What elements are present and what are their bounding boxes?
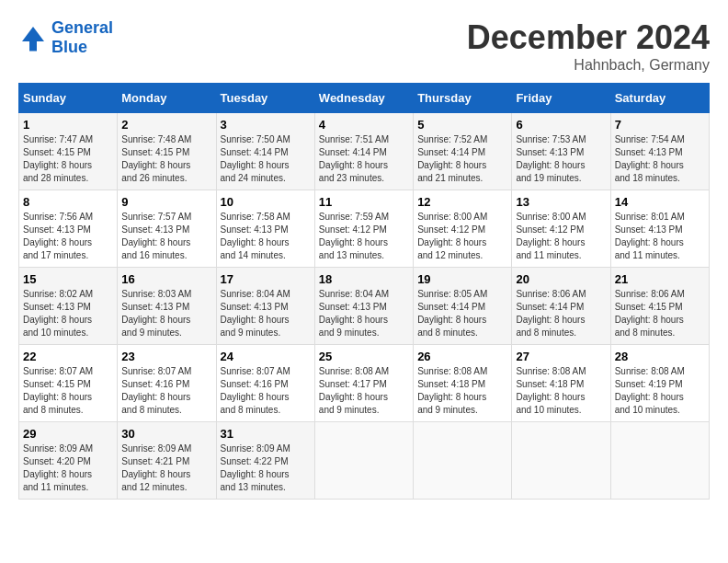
day-detail: Sunrise: 7:58 AM Sunset: 4:13 PM Dayligh… xyxy=(221,211,311,262)
title-block: December 2024 Hahnbach, Germany xyxy=(467,18,710,74)
page-header: General Blue December 2024 Hahnbach, Ger… xyxy=(18,18,710,74)
day-detail: Sunrise: 8:09 AM Sunset: 4:20 PM Dayligh… xyxy=(23,442,113,494)
day-detail: Sunrise: 7:47 AM Sunset: 4:15 PM Dayligh… xyxy=(23,133,113,185)
day-detail: Sunrise: 8:00 AM Sunset: 4:12 PM Dayligh… xyxy=(417,211,507,262)
calendar-day-cell: 27 Sunrise: 8:08 AM Sunset: 4:18 PM Dayl… xyxy=(512,345,610,422)
calendar-day-cell: 6 Sunrise: 7:53 AM Sunset: 4:13 PM Dayli… xyxy=(512,113,610,190)
day-number: 22 xyxy=(23,350,113,363)
calendar-day-cell: 3 Sunrise: 7:50 AM Sunset: 4:14 PM Dayli… xyxy=(216,113,314,190)
weekday-header: Wednesday xyxy=(314,84,413,113)
calendar-day-cell: 22 Sunrise: 8:07 AM Sunset: 4:15 PM Dayl… xyxy=(19,345,118,422)
calendar-day-cell: 10 Sunrise: 7:58 AM Sunset: 4:13 PM Dayl… xyxy=(216,190,314,268)
day-number: 26 xyxy=(417,350,507,363)
day-number: 28 xyxy=(615,350,705,363)
day-detail: Sunrise: 8:04 AM Sunset: 4:13 PM Dayligh… xyxy=(221,288,311,339)
day-number: 13 xyxy=(516,195,606,209)
calendar-day-cell: 25 Sunrise: 8:08 AM Sunset: 4:17 PM Dayl… xyxy=(314,345,413,422)
calendar-day-cell: 16 Sunrise: 8:03 AM Sunset: 4:13 PM Dayl… xyxy=(118,268,216,345)
day-detail: Sunrise: 7:56 AM Sunset: 4:13 PM Dayligh… xyxy=(23,211,113,262)
day-number: 23 xyxy=(121,350,211,363)
day-number: 8 xyxy=(23,195,113,209)
day-number: 7 xyxy=(615,118,705,132)
weekday-header: Monday xyxy=(118,84,216,113)
day-detail: Sunrise: 7:48 AM Sunset: 4:15 PM Dayligh… xyxy=(121,133,211,185)
calendar-week-row: 1 Sunrise: 7:47 AM Sunset: 4:15 PM Dayli… xyxy=(19,113,710,190)
location: Hahnbach, Germany xyxy=(467,57,710,74)
day-number: 3 xyxy=(221,118,311,132)
calendar-day-cell xyxy=(610,422,709,500)
day-number: 5 xyxy=(417,118,507,132)
calendar-day-cell xyxy=(314,422,413,500)
day-detail: Sunrise: 8:09 AM Sunset: 4:21 PM Dayligh… xyxy=(121,442,211,494)
day-detail: Sunrise: 7:54 AM Sunset: 4:13 PM Dayligh… xyxy=(615,133,705,185)
calendar-day-cell: 14 Sunrise: 8:01 AM Sunset: 4:13 PM Dayl… xyxy=(610,190,709,268)
day-detail: Sunrise: 8:07 AM Sunset: 4:15 PM Dayligh… xyxy=(23,365,113,417)
day-number: 19 xyxy=(417,272,507,286)
calendar-day-cell: 13 Sunrise: 8:00 AM Sunset: 4:12 PM Dayl… xyxy=(512,190,610,268)
logo-text: General Blue xyxy=(51,18,113,57)
calendar-table: SundayMondayTuesdayWednesdayThursdayFrid… xyxy=(18,83,710,500)
day-detail: Sunrise: 8:08 AM Sunset: 4:18 PM Dayligh… xyxy=(417,365,507,417)
day-detail: Sunrise: 7:53 AM Sunset: 4:13 PM Dayligh… xyxy=(516,133,606,185)
calendar-week-row: 8 Sunrise: 7:56 AM Sunset: 4:13 PM Dayli… xyxy=(19,190,710,268)
calendar-day-cell: 31 Sunrise: 8:09 AM Sunset: 4:22 PM Dayl… xyxy=(216,422,314,500)
calendar-day-cell: 17 Sunrise: 8:04 AM Sunset: 4:13 PM Dayl… xyxy=(216,268,314,345)
month-title: December 2024 xyxy=(467,18,710,57)
day-detail: Sunrise: 8:01 AM Sunset: 4:13 PM Dayligh… xyxy=(615,211,705,262)
calendar-day-cell: 30 Sunrise: 8:09 AM Sunset: 4:21 PM Dayl… xyxy=(118,422,216,500)
calendar-day-cell: 7 Sunrise: 7:54 AM Sunset: 4:13 PM Dayli… xyxy=(610,113,709,190)
calendar-day-cell xyxy=(414,422,512,500)
day-detail: Sunrise: 8:05 AM Sunset: 4:14 PM Dayligh… xyxy=(417,288,507,339)
calendar-day-cell: 19 Sunrise: 8:05 AM Sunset: 4:14 PM Dayl… xyxy=(414,268,512,345)
weekday-header: Friday xyxy=(512,84,610,113)
weekday-header: Saturday xyxy=(610,84,709,113)
day-number: 27 xyxy=(516,350,606,363)
day-detail: Sunrise: 7:50 AM Sunset: 4:14 PM Dayligh… xyxy=(221,133,311,185)
calendar-day-cell: 18 Sunrise: 8:04 AM Sunset: 4:13 PM Dayl… xyxy=(314,268,413,345)
day-detail: Sunrise: 8:04 AM Sunset: 4:13 PM Dayligh… xyxy=(319,288,409,339)
logo-icon xyxy=(18,23,48,52)
day-number: 24 xyxy=(221,350,311,363)
day-detail: Sunrise: 8:02 AM Sunset: 4:13 PM Dayligh… xyxy=(23,288,113,339)
day-number: 11 xyxy=(319,195,409,209)
day-number: 14 xyxy=(615,195,705,209)
day-number: 9 xyxy=(121,195,211,209)
calendar-day-cell: 12 Sunrise: 8:00 AM Sunset: 4:12 PM Dayl… xyxy=(414,190,512,268)
day-number: 16 xyxy=(121,272,211,286)
day-detail: Sunrise: 7:51 AM Sunset: 4:14 PM Dayligh… xyxy=(319,133,409,185)
day-detail: Sunrise: 8:07 AM Sunset: 4:16 PM Dayligh… xyxy=(221,365,311,417)
day-number: 31 xyxy=(221,427,311,441)
weekday-header: Tuesday xyxy=(216,84,314,113)
calendar-day-cell: 15 Sunrise: 8:02 AM Sunset: 4:13 PM Dayl… xyxy=(19,268,118,345)
calendar-day-cell: 1 Sunrise: 7:47 AM Sunset: 4:15 PM Dayli… xyxy=(19,113,118,190)
day-number: 18 xyxy=(319,272,409,286)
day-detail: Sunrise: 8:09 AM Sunset: 4:22 PM Dayligh… xyxy=(221,442,311,494)
day-detail: Sunrise: 8:08 AM Sunset: 4:17 PM Dayligh… xyxy=(319,365,409,417)
calendar-day-cell: 21 Sunrise: 8:06 AM Sunset: 4:15 PM Dayl… xyxy=(610,268,709,345)
calendar-day-cell xyxy=(512,422,610,500)
calendar-day-cell: 5 Sunrise: 7:52 AM Sunset: 4:14 PM Dayli… xyxy=(414,113,512,190)
day-number: 10 xyxy=(221,195,311,209)
calendar-week-row: 22 Sunrise: 8:07 AM Sunset: 4:15 PM Dayl… xyxy=(19,345,710,422)
calendar-day-cell: 8 Sunrise: 7:56 AM Sunset: 4:13 PM Dayli… xyxy=(19,190,118,268)
day-detail: Sunrise: 8:07 AM Sunset: 4:16 PM Dayligh… xyxy=(121,365,211,417)
calendar-day-cell: 2 Sunrise: 7:48 AM Sunset: 4:15 PM Dayli… xyxy=(118,113,216,190)
calendar-day-cell: 24 Sunrise: 8:07 AM Sunset: 4:16 PM Dayl… xyxy=(216,345,314,422)
calendar-day-cell: 23 Sunrise: 8:07 AM Sunset: 4:16 PM Dayl… xyxy=(118,345,216,422)
day-number: 30 xyxy=(121,427,211,441)
weekday-header-row: SundayMondayTuesdayWednesdayThursdayFrid… xyxy=(19,84,710,113)
calendar-day-cell: 20 Sunrise: 8:06 AM Sunset: 4:14 PM Dayl… xyxy=(512,268,610,345)
day-number: 20 xyxy=(516,272,606,286)
calendar-day-cell: 26 Sunrise: 8:08 AM Sunset: 4:18 PM Dayl… xyxy=(414,345,512,422)
day-number: 4 xyxy=(319,118,409,132)
weekday-header: Sunday xyxy=(19,84,118,113)
calendar-day-cell: 28 Sunrise: 8:08 AM Sunset: 4:19 PM Dayl… xyxy=(610,345,709,422)
day-number: 25 xyxy=(319,350,409,363)
day-number: 2 xyxy=(121,118,211,132)
calendar-day-cell: 29 Sunrise: 8:09 AM Sunset: 4:20 PM Dayl… xyxy=(19,422,118,500)
logo: General Blue xyxy=(18,18,113,57)
day-number: 15 xyxy=(23,272,113,286)
calendar-week-row: 15 Sunrise: 8:02 AM Sunset: 4:13 PM Dayl… xyxy=(19,268,710,345)
day-number: 17 xyxy=(221,272,311,286)
day-number: 6 xyxy=(516,118,606,132)
